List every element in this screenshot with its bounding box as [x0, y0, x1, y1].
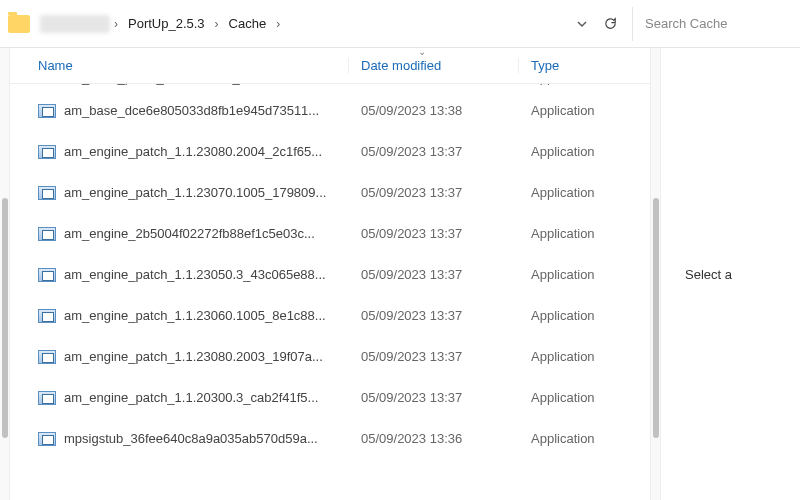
application-icon — [38, 350, 56, 364]
file-type: Application — [519, 144, 619, 159]
history-dropdown-button[interactable] — [568, 10, 596, 38]
table-row[interactable]: am_engine_patch_1.1.23080.2003_19f07a...… — [10, 336, 650, 377]
application-icon — [38, 391, 56, 405]
table-row[interactable]: am_engine_patch_1.1.23080.2004_2c1f65...… — [10, 131, 650, 172]
table-row[interactable]: am_engine_patch_1.1.23070.1005_179809...… — [10, 172, 650, 213]
scrollbar-thumb[interactable] — [653, 198, 659, 438]
file-type: Application — [519, 185, 619, 200]
details-pane: Select a — [660, 48, 800, 500]
file-type: Application — [519, 308, 619, 323]
chevron-down-icon — [576, 18, 588, 30]
column-header-date[interactable]: Date modified — [348, 58, 518, 73]
application-icon — [38, 104, 56, 118]
application-icon — [38, 186, 56, 200]
list-scrollbar[interactable] — [650, 48, 660, 500]
address-toolbar: › PortUp_2.5.3 › Cache › Search Cache — [0, 0, 800, 48]
file-list: ⌄ Name Date modified Type am_delta_patch… — [10, 48, 650, 500]
table-row[interactable]: am_engine_patch_1.1.23060.1005_8e1c88...… — [10, 295, 650, 336]
file-type: Application — [519, 349, 619, 364]
application-icon — [38, 432, 56, 446]
application-icon — [38, 227, 56, 241]
table-row[interactable]: am_base_dce6e805033d8fb1e945d73511...05/… — [10, 90, 650, 131]
file-name: am_engine_patch_1.1.23050.3_43c065e88... — [64, 267, 349, 282]
breadcrumb-item[interactable]: Cache — [223, 16, 273, 31]
file-date: 05/09/2023 13:37 — [349, 308, 519, 323]
file-date: 05/09/2023 13:36 — [349, 431, 519, 446]
file-name: mpsigstub_36fee640c8a9a035ab570d59a... — [64, 431, 349, 446]
breadcrumb[interactable]: › PortUp_2.5.3 › Cache › — [36, 15, 568, 33]
column-headers: ⌄ Name Date modified Type — [10, 48, 650, 84]
file-date: 05/09/2023 13:37 — [349, 185, 519, 200]
table-row[interactable]: am_engine_2b5004f02272fb88ef1c5e03c...05… — [10, 213, 650, 254]
file-name: am_engine_2b5004f02272fb88ef1c5e03c... — [64, 226, 349, 241]
file-date: 05/09/2023 13:37 — [349, 349, 519, 364]
file-type: Application — [519, 103, 619, 118]
file-date: 05/09/2023 13:38 — [349, 103, 519, 118]
file-type: Application — [519, 84, 619, 85]
file-name: am_base_dce6e805033d8fb1e945d73511... — [64, 103, 349, 118]
column-header-name[interactable]: Name — [38, 58, 348, 73]
file-name: am_engine_patch_1.1.23080.2003_19f07a... — [64, 349, 349, 364]
sort-indicator-icon: ⌄ — [418, 48, 426, 57]
column-header-type[interactable]: Type — [518, 58, 618, 73]
table-row[interactable]: mpsigstub_36fee640c8a9a035ab570d59a...05… — [10, 418, 650, 459]
chevron-right-icon[interactable]: › — [110, 17, 122, 31]
nav-scrollbar[interactable] — [0, 48, 10, 500]
file-name: am_delta_patch_1.397.112.0_01b50092a5... — [64, 84, 349, 85]
file-date: 05/09/2023 13:37 — [349, 267, 519, 282]
application-icon — [38, 309, 56, 323]
details-prompt: Select a — [685, 267, 732, 282]
scrollbar-thumb[interactable] — [2, 198, 8, 438]
file-name: am_engine_patch_1.1.23060.1005_8e1c88... — [64, 308, 349, 323]
file-name: am_engine_patch_1.1.20300.3_cab2f41f5... — [64, 390, 349, 405]
file-name: am_engine_patch_1.1.23070.1005_179809... — [64, 185, 349, 200]
application-icon — [38, 145, 56, 159]
file-name: am_engine_patch_1.1.23080.2004_2c1f65... — [64, 144, 349, 159]
main-area: ⌄ Name Date modified Type am_delta_patch… — [0, 48, 800, 500]
table-row[interactable]: am_engine_patch_1.1.20300.3_cab2f41f5...… — [10, 377, 650, 418]
file-type: Application — [519, 390, 619, 405]
file-type: Application — [519, 267, 619, 282]
file-date: 05/09/2023 13:37 — [349, 226, 519, 241]
file-date: 05/09/2023 13:38 — [349, 84, 519, 85]
chevron-right-icon[interactable]: › — [272, 17, 284, 31]
file-date: 05/09/2023 13:37 — [349, 390, 519, 405]
refresh-icon — [603, 16, 618, 31]
file-rows: am_delta_patch_1.397.112.0_01b50092a5...… — [10, 84, 650, 500]
file-type: Application — [519, 431, 619, 446]
search-placeholder: Search Cache — [645, 16, 727, 31]
file-date: 05/09/2023 13:37 — [349, 144, 519, 159]
application-icon — [38, 268, 56, 282]
file-type: Application — [519, 226, 619, 241]
breadcrumb-root-blurred — [40, 15, 110, 33]
refresh-button[interactable] — [596, 10, 624, 38]
table-row[interactable]: am_engine_patch_1.1.23050.3_43c065e88...… — [10, 254, 650, 295]
chevron-right-icon[interactable]: › — [211, 17, 223, 31]
search-input[interactable]: Search Cache — [632, 7, 792, 41]
folder-icon — [8, 15, 30, 33]
breadcrumb-item[interactable]: PortUp_2.5.3 — [122, 16, 211, 31]
